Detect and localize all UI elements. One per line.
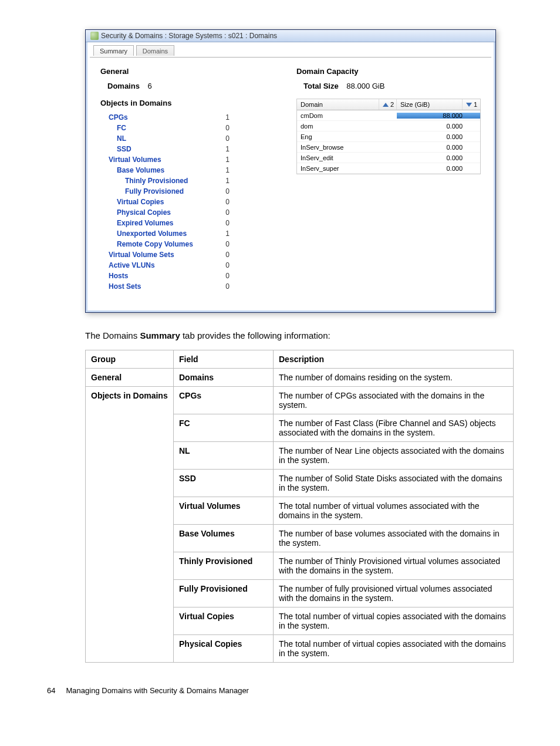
object-row: Virtual Copies0 (100, 197, 230, 207)
th-description: Description (274, 350, 514, 369)
capacity-heading: Domain Capacity (296, 67, 481, 76)
cell-description: The number of Solid State Disks associat… (274, 470, 514, 497)
object-link[interactable]: NL (100, 133, 126, 144)
object-value: 0 (225, 281, 230, 292)
object-link[interactable]: Unexported Volumes (100, 228, 187, 239)
general-column: General Domains 6 Objects in Domains CPG… (100, 65, 285, 292)
capacity-row[interactable]: InServ_edit0.000 (297, 153, 480, 163)
cell-field: Virtual Volumes (174, 497, 274, 525)
object-value: 1 (225, 112, 230, 123)
window-title: Security & Domains : Storage Systems : s… (101, 32, 277, 40)
tab-domains[interactable]: Domains (136, 45, 174, 56)
object-link[interactable]: Thinly Provisioned (100, 175, 188, 186)
object-row: CPGs1 (100, 112, 230, 123)
page-number: 64 (47, 686, 55, 695)
col-size[interactable]: Size (GiB) (397, 99, 463, 110)
object-row: NL0 (100, 133, 230, 144)
object-value: 1 (225, 144, 230, 154)
object-link[interactable]: FC (100, 123, 126, 133)
object-value: 0 (225, 197, 230, 207)
window-icon (90, 32, 99, 40)
capacity-size: 88.000 (397, 112, 480, 119)
cell-field: SSD (174, 470, 274, 497)
object-link[interactable]: Fully Provisioned (100, 186, 184, 197)
object-link[interactable]: Expired Volumes (100, 218, 173, 228)
cell-field: Fully Provisioned (174, 580, 274, 607)
cell-field: Base Volumes (174, 525, 274, 552)
capacity-bar (397, 113, 480, 119)
col-domain-sort[interactable]: 2 (379, 99, 397, 110)
object-row: SSD1 (100, 144, 230, 154)
capacity-size: 0.000 (397, 144, 480, 151)
object-row: Physical Copies0 (100, 207, 230, 218)
capacity-size: 0.000 (397, 123, 480, 130)
object-value: 1 (225, 154, 230, 165)
cell-field: Physical Copies (174, 635, 274, 663)
th-group: Group (86, 350, 174, 369)
object-row: Host Sets0 (100, 281, 230, 292)
total-size-value: 88.000 GiB (346, 82, 384, 90)
cell-description: The total number of virtual copies assoc… (274, 635, 514, 663)
capacity-row[interactable]: Eng0.000 (297, 131, 480, 142)
object-row: Remote Copy Volumes0 (100, 239, 230, 249)
object-link[interactable]: Remote Copy Volumes (100, 239, 193, 249)
cell-description: The number of domains residing on the sy… (274, 369, 514, 387)
object-value: 0 (225, 207, 230, 218)
capacity-size: 0.000 (397, 154, 480, 161)
object-row: Fully Provisioned0 (100, 186, 230, 197)
capacity-domain: InServ_edit (297, 154, 397, 161)
object-row: Base Volumes1 (100, 165, 230, 175)
capacity-row[interactable]: cmDom88.000 (297, 110, 480, 121)
cell-group: Objects in Domains (86, 387, 174, 663)
cell-description: The number of Fast Class (Fibre Channel … (274, 414, 514, 442)
objects-heading: Objects in Domains (100, 99, 285, 107)
th-field: Field (174, 350, 274, 369)
cell-description: The number of CPGs associated with the d… (274, 387, 514, 414)
capacity-row[interactable]: InServ_super0.000 (297, 163, 480, 174)
tab-row: Summary Domains (90, 45, 491, 58)
object-value: 0 (225, 133, 230, 144)
object-value: 0 (225, 123, 230, 133)
object-link[interactable]: Virtual Volume Sets (100, 249, 174, 260)
object-link[interactable]: Host Sets (100, 281, 141, 292)
object-link[interactable]: Base Volumes (100, 165, 164, 175)
capacity-domain: InServ_super (297, 165, 397, 172)
object-link[interactable]: Hosts (100, 271, 128, 281)
capacity-domain: InServ_browse (297, 144, 397, 151)
object-row: Thinly Provisioned1 (100, 175, 230, 186)
cell-field: Virtual Copies (174, 607, 274, 635)
col-size-sort[interactable]: 1 (463, 99, 480, 110)
object-link[interactable]: SSD (100, 144, 131, 154)
capacity-row[interactable]: dom0.000 (297, 121, 480, 131)
object-value: 1 (225, 165, 230, 175)
cell-description: The number of base volumes associated wi… (274, 525, 514, 552)
object-value: 0 (225, 271, 230, 281)
cell-description: The total number of virtual copies assoc… (274, 607, 514, 635)
sort-asc-icon (383, 103, 389, 107)
object-link[interactable]: CPGs (100, 112, 128, 123)
object-link[interactable]: Physical Copies (100, 207, 171, 218)
capacity-row[interactable]: InServ_browse0.000 (297, 142, 480, 153)
caption: The Domains Summary tab provides the fol… (85, 330, 548, 340)
object-value: 0 (225, 218, 230, 228)
general-heading: General (100, 67, 285, 76)
object-link[interactable]: Virtual Copies (100, 197, 164, 207)
object-link[interactable]: Virtual Volumes (100, 154, 161, 165)
object-value: 1 (225, 228, 230, 239)
object-value: 1 (225, 175, 230, 186)
object-link[interactable]: Active VLUNs (100, 260, 155, 271)
object-row: Hosts0 (100, 271, 230, 281)
table-row: Objects in DomainsCPGsThe number of CPGs… (86, 387, 514, 414)
object-value: 0 (225, 260, 230, 271)
page-footer: 64 Managing Domains with Security & Doma… (47, 686, 548, 695)
capacity-domain: dom (297, 123, 397, 130)
col-domain[interactable]: Domain (297, 99, 379, 110)
tab-summary[interactable]: Summary (93, 45, 134, 56)
screenshot-window: Security & Domains : Storage Systems : s… (85, 29, 496, 313)
domains-label: Domains (107, 82, 140, 90)
cell-field: NL (174, 442, 274, 470)
capacity-size: 0.000 (397, 165, 480, 172)
cell-field: CPGs (174, 387, 274, 414)
object-row: Virtual Volumes1 (100, 154, 230, 165)
capacity-column: Domain Capacity Total Size 88.000 GiB Do… (296, 65, 481, 292)
